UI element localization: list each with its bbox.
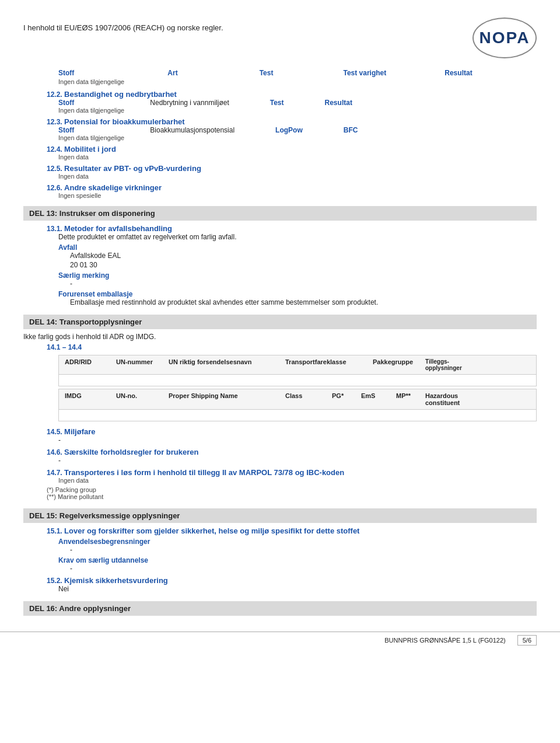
s14-intro: Ikke farlig gods i henhold til ADR og IM… bbox=[23, 333, 537, 341]
s12-2-test: Test bbox=[270, 99, 284, 107]
forurenset-desc: Emballasje med restinnhold av produktet … bbox=[70, 298, 537, 306]
table-col-tillegg: Tilleggs- opplysninger bbox=[421, 358, 491, 371]
s14-7-title: Transporteres i løs form i henhold til t… bbox=[64, 468, 344, 477]
header-text: I henhold til EU/EØS 1907/2006 (REACH) o… bbox=[23, 18, 223, 32]
page-header: I henhold til EU/EØS 1907/2006 (REACH) o… bbox=[23, 18, 537, 58]
s13-1-label: 13.1. bbox=[47, 225, 62, 233]
s14-7-label: 14.7. bbox=[47, 469, 62, 477]
s14-5-title: Miljøfare bbox=[64, 427, 95, 436]
s14-5-value: - bbox=[58, 436, 537, 444]
s12-2-resultat: Resultat bbox=[325, 99, 352, 107]
s12-2-ingen: Ingen data tilgjengelige bbox=[58, 107, 537, 114]
avfallskode-label: Avfallskode EAL bbox=[70, 252, 537, 260]
s15-1-title: Lover og forskrifter som gjelder sikkerh… bbox=[64, 526, 359, 535]
col-test-varighet: Test varighet bbox=[343, 69, 386, 77]
table-col-ems: EmS bbox=[356, 392, 391, 406]
section14-header: DEL 14: Transportopplysninger bbox=[23, 315, 537, 329]
col-resultat: Resultat bbox=[444, 69, 472, 77]
table-col-pak: Pakkegruppe bbox=[368, 358, 421, 371]
s14-5-label: 14.5. bbox=[47, 428, 62, 436]
s14-6-value: - bbox=[58, 456, 537, 465]
logo: NOPA bbox=[473, 18, 537, 58]
s12-3-bio: Bioakkumulasjonspotensial bbox=[150, 126, 235, 134]
avfallskode-value: 20 01 30 bbox=[70, 261, 537, 269]
section15-header: DEL 15: Regelverksmessige opplysninger bbox=[23, 508, 537, 523]
saerlig-label: Særlig merking bbox=[58, 271, 109, 280]
s15-2-value: Nei bbox=[58, 585, 537, 593]
krav-label: Krav om særlig utdannelse bbox=[58, 556, 148, 564]
s12-2-stoff: Stoff bbox=[58, 99, 74, 107]
s14-range-label: 14.1 – 14.4 bbox=[47, 343, 82, 351]
footnote1: (*) Packing group bbox=[47, 486, 537, 493]
s12-2-title: Bestandighet og nedbrytbarhet bbox=[64, 90, 177, 99]
section13-header: DEL 13: Instrukser om disponering bbox=[23, 206, 537, 221]
ingen-data-1: Ingen data tilgjengelige bbox=[58, 78, 537, 85]
footer-product-name: BUNNPRIS GRØNNSÅPE 1,5 L (FG0122) bbox=[384, 637, 505, 644]
table-col-mp: MP** bbox=[391, 392, 421, 406]
table-imdg-data bbox=[59, 413, 111, 418]
col-stoff: Stoff bbox=[58, 69, 74, 77]
s13-1-desc: Dette produktet er omfattet av regelverk… bbox=[58, 233, 537, 241]
s12-5-ingen: Ingen data bbox=[58, 173, 537, 180]
table-col-unno: UN-no. bbox=[111, 392, 164, 406]
s14-6-title: Særskilte forholdsregler for brukeren bbox=[64, 448, 198, 456]
table-adr-data bbox=[59, 378, 111, 383]
s12-6-title: Andre skadelige virkninger bbox=[64, 183, 162, 192]
s12-5-title: Resultater av PBT- og vPvB-vurdering bbox=[64, 164, 201, 173]
s14-6-label: 14.6. bbox=[47, 448, 62, 456]
avfall-label: Avfall bbox=[58, 243, 77, 252]
s12-2-nedbrytning: Nedbrytning i vannmiljøet bbox=[150, 99, 229, 107]
table-col-imdg: IMDG bbox=[59, 392, 111, 406]
anv-value: - bbox=[70, 546, 537, 554]
s12-6-label: 12.6. bbox=[47, 184, 62, 192]
s12-3-ingen: Ingen data tilgjengelige bbox=[58, 134, 537, 141]
table-col-transport: Transportfareklasse bbox=[281, 358, 368, 371]
krav-value: - bbox=[70, 564, 537, 573]
table-col-adr: ADR/RID bbox=[59, 358, 111, 371]
table-col-pg: PG* bbox=[327, 392, 356, 406]
s15-2-label: 15.2. bbox=[47, 577, 62, 585]
s12-4-label: 12.4. bbox=[47, 145, 62, 154]
s12-3-title: Potensial for bioakkumulerbarhet bbox=[64, 117, 185, 126]
table-col-un: UN-nummer bbox=[111, 358, 164, 371]
s14-7-ingen: Ingen data bbox=[58, 477, 537, 484]
footnote2: (**) Marine pollutant bbox=[47, 493, 537, 500]
s12-2-label: 12.2. bbox=[47, 90, 62, 99]
s12-4-ingen: Ingen data bbox=[58, 154, 537, 161]
s15-2-title: Kjemisk sikkerhetsvurdering bbox=[64, 576, 168, 585]
s15-1-label: 15.1. bbox=[47, 527, 62, 535]
table-col-forsendelse: UN riktig forsendelsesnavn bbox=[164, 358, 281, 371]
forurenset-label: Forurenset emballasje bbox=[58, 290, 132, 298]
table-col-haz: Hazardous constituent bbox=[421, 392, 479, 406]
saerlig-value: - bbox=[70, 280, 537, 288]
anv-label: Anvendelsesbegrensninger bbox=[58, 538, 150, 546]
table-col-class: Class bbox=[281, 392, 327, 406]
s12-3-stoff: Stoff bbox=[58, 126, 74, 134]
s12-4-title: Mobilitet i jord bbox=[64, 145, 116, 154]
s12-3-bfc: BFC bbox=[344, 126, 358, 134]
s12-6-ingen: Ingen spesielle bbox=[58, 192, 537, 199]
s12-3-label: 12.3. bbox=[47, 118, 62, 126]
footer-page-number: 5/6 bbox=[517, 635, 537, 646]
section16-header: DEL 16: Andre opplysninger bbox=[23, 601, 537, 616]
s12-3-logpow: LogPow bbox=[275, 126, 303, 134]
col-art: Art bbox=[167, 69, 177, 77]
s13-1-title: Metoder for avfallsbehandling bbox=[64, 224, 172, 233]
s12-5-label: 12.5. bbox=[47, 165, 62, 173]
page-footer: BUNNPRIS GRØNNSÅPE 1,5 L (FG0122) 5/6 bbox=[0, 632, 560, 646]
table-col-psn: Proper Shipping Name bbox=[164, 392, 281, 406]
col-test: Test bbox=[260, 69, 274, 77]
